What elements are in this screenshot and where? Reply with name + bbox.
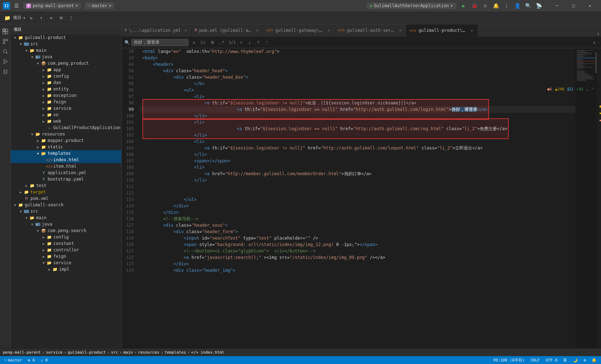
status-errors[interactable]: ⊗ 6 <box>26 358 36 363</box>
up-icon[interactable]: ↑ <box>37 14 45 22</box>
notification-icon[interactable]: 🔔 <box>492 1 500 10</box>
tree-item-vo[interactable]: ▶ 📁 vo <box>11 112 121 118</box>
search-more-button[interactable]: ⋮ <box>263 39 271 46</box>
tree-item-service2[interactable]: ▼ 📂 service <box>11 260 121 266</box>
search-global-icon[interactable]: 🔍 <box>524 1 532 10</box>
tree-item-resources[interactable]: ▼ 📂 resources <box>11 131 121 137</box>
close-tree-icon[interactable]: ✕ <box>47 14 55 22</box>
status-position[interactable]: 99:100 (6字符) <box>492 358 526 363</box>
tree-item-gulimall-product-app[interactable]: ▶ ☕ GulimallProductApplication <box>11 124 121 131</box>
activity-vcs-icon[interactable] <box>1 37 10 46</box>
tree-item-web[interactable]: ▶ 📁 web <box>11 118 121 124</box>
tree-item-templates[interactable]: ▼ 📂 templates <box>11 150 121 157</box>
status-notification[interactable]: 🔔 <box>590 358 598 363</box>
tree-item-src1[interactable]: ▼ src <box>11 41 121 47</box>
activity-search-icon[interactable] <box>1 47 10 56</box>
tab-overflow-button[interactable]: ▾ <box>596 31 601 36</box>
tree-item-feign1[interactable]: ▶ 📁 feign <box>11 99 121 105</box>
tree-item-java1[interactable]: ▼ J java <box>11 54 121 60</box>
tab-product-index[interactable]: </> gulimall-product\...\index.html ✕ <box>406 24 478 36</box>
tab-close-icon[interactable]: ✕ <box>326 28 332 33</box>
tree-item-mapper-product[interactable]: ▶ 📁 mapper.product <box>11 137 121 144</box>
tree-item-exception[interactable]: ▶ 📁 exception <box>11 92 121 99</box>
next-match-button[interactable]: ↓ <box>246 39 254 46</box>
close-button[interactable]: ✕ <box>582 0 598 11</box>
tree-item-app[interactable]: ▶ 📁 app <box>11 67 121 73</box>
folder-icon[interactable]: 📁 <box>3 14 11 22</box>
settings-icon[interactable]: ⚙ <box>481 1 489 10</box>
tree-item-item-html[interactable]: ▶ </> item.html <box>11 163 121 169</box>
status-branch[interactable]: ⑂ master <box>3 358 24 363</box>
tree-item-index-html[interactable]: ▶ </> index.html <box>11 157 121 163</box>
more-options-icon[interactable]: ⋮ <box>502 1 511 10</box>
live-share-icon[interactable]: 📡 <box>534 1 543 10</box>
tree-item-src2[interactable]: ▼ src <box>11 208 121 215</box>
search-input[interactable] <box>131 39 189 46</box>
filter-results-button[interactable]: ⊤ <box>254 39 262 46</box>
collapse-errors-button[interactable]: ⌃ <box>591 87 594 92</box>
sync-icon[interactable]: ↻ <box>27 14 35 22</box>
status-crlf[interactable]: CRLF <box>529 358 542 363</box>
prev-match-button[interactable]: ↑ <box>237 39 245 46</box>
expand-errors-button[interactable]: ⌄ <box>586 87 589 92</box>
tree-item-test[interactable]: ▶ 📁 test <box>11 182 121 189</box>
tree-item-bootstrap-yaml[interactable]: ▶ Y bootstrap.yaml <box>11 176 121 182</box>
tree-item-feign2[interactable]: ▶ 📁 feign <box>11 253 121 260</box>
collapse-icon[interactable]: ⊟ <box>57 14 65 22</box>
branch-selector[interactable]: ⑂ master ▾ <box>85 3 114 9</box>
activity-run-icon[interactable] <box>1 57 10 66</box>
tree-item-config[interactable]: ▶ 📁 config <box>11 73 121 79</box>
tree-item-impl[interactable]: ▶ 📁 impl <box>11 266 121 272</box>
tab-application-yml[interactable]: Y \...\application.yml ✕ <box>122 24 192 36</box>
run-button[interactable]: ▶ <box>459 1 468 10</box>
tree-item-search-config[interactable]: ▶ 📁 config <box>11 234 121 240</box>
project-selector[interactable]: P peng-mall-parent ▾ <box>23 3 81 9</box>
tree-item-dao[interactable]: ▶ 📁 dao <box>11 79 121 86</box>
tab-close-icon[interactable]: ✕ <box>397 28 403 33</box>
status-warnings[interactable]: ⚠ 0 <box>39 358 49 363</box>
tree-item-java2[interactable]: ▼ J java <box>11 221 121 227</box>
maximize-button[interactable]: □ <box>565 0 582 11</box>
path-item[interactable]: gulimall-product <box>68 350 106 355</box>
tree-item-pom-xml[interactable]: ▶ M pom.xml <box>11 195 121 202</box>
project-label[interactable]: 项目 ▾ <box>13 15 25 21</box>
run-config-selector[interactable]: ▶ GulimallAuthServerApplication ▾ <box>367 3 456 9</box>
status-language[interactable]: 英 <box>562 358 568 363</box>
activity-project-icon[interactable] <box>1 27 10 36</box>
path-item[interactable]: service <box>46 350 63 355</box>
tree-item-gulimall-search[interactable]: ▼ 📁 gulimall-search <box>11 202 121 208</box>
tab-close-icon[interactable]: ✕ <box>469 28 475 33</box>
debug-button[interactable]: 🐞 <box>470 1 479 10</box>
case-sensitive-button[interactable]: Cc <box>199 39 207 46</box>
status-moon[interactable]: 🌙 <box>571 358 579 363</box>
path-item[interactable]: resources <box>138 350 160 355</box>
tree-item-main1[interactable]: ▼ 📂 main <box>11 47 121 54</box>
more-tree-icon[interactable]: ⋮ <box>67 14 75 22</box>
tree-item-constant[interactable]: ▶ 📁 constant <box>11 240 121 247</box>
tree-item-static[interactable]: ▶ 📁 static <box>11 144 121 150</box>
path-item-index-html[interactable]: </> index.html <box>191 350 224 355</box>
search-close-button[interactable]: ✕ <box>190 39 198 46</box>
path-item[interactable]: main <box>123 350 133 355</box>
tree-item-com-peng-product[interactable]: ▼ 📦 com.peng.product <box>11 60 121 67</box>
tree-item-service1[interactable]: ▶ 📁 service <box>11 105 121 112</box>
path-item[interactable]: src <box>111 350 118 355</box>
tree-item-entity[interactable]: ▶ 📁 entity <box>11 86 121 92</box>
hamburger-menu[interactable]: ☰ <box>13 1 20 10</box>
tab-close-icon[interactable]: ✕ <box>254 28 260 33</box>
path-item[interactable]: peng-mall-parent <box>3 350 41 355</box>
tab-close-icon[interactable]: ✕ <box>183 28 189 33</box>
tree-item-application-yml[interactable]: ▶ Y application.yml <box>11 169 121 176</box>
code-content[interactable]: <html lang="en" xmlns:th="http://www.thy… <box>140 48 575 356</box>
close-search-button[interactable]: ✕ <box>590 39 598 46</box>
tree-item-controller[interactable]: ▶ 📁 controller <box>11 247 121 253</box>
tab-pom-xml[interactable]: M pom.xml (gulimall-auth-service) ✕ <box>192 24 263 36</box>
user-icon[interactable]: 👤 <box>513 1 522 10</box>
tree-item-target[interactable]: ▶ 📁 target <box>11 189 121 195</box>
tree-item-main2[interactable]: ▼ 📂 main <box>11 215 121 221</box>
whole-word-button[interactable]: W <box>209 39 216 46</box>
activity-debug-icon[interactable] <box>1 67 10 76</box>
status-charset[interactable]: UTF-8 <box>544 358 559 363</box>
tree-item-gulimall-product[interactable]: ▼ 📁 gulimall-product <box>11 34 121 41</box>
tree-item-com-peng-search[interactable]: ▼ 📦 com.peng.search <box>11 227 121 234</box>
